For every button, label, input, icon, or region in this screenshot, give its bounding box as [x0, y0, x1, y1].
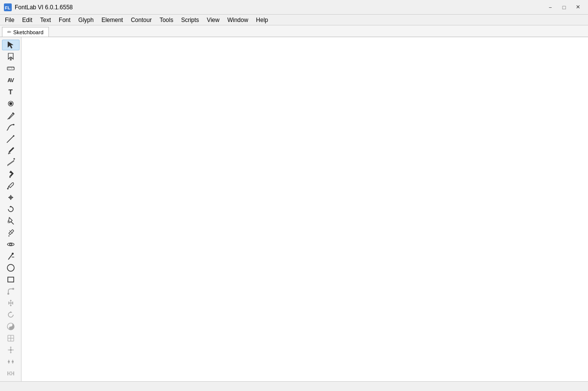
svg-marker-28: [8, 235, 10, 237]
yin-yang-tool[interactable]: [2, 321, 20, 332]
menu-tools[interactable]: Tools: [156, 15, 177, 25]
svg-marker-2: [8, 42, 13, 48]
svg-point-32: [12, 253, 14, 255]
canvas-area[interactable]: [22, 37, 588, 381]
menu-edit[interactable]: Edit: [18, 15, 36, 25]
pen-line-tool[interactable]: [2, 133, 20, 144]
sketchboard-tab-icon: ✏: [7, 29, 11, 35]
tab-bar: ✏ Sketchboard: [0, 25, 588, 37]
svg-text:FL: FL: [5, 5, 10, 10]
pencil-tool[interactable]: [2, 227, 20, 238]
toolbar: AV T: [0, 37, 22, 381]
app-icon: FL: [4, 3, 12, 11]
svg-line-16: [7, 142, 8, 143]
knife-tool[interactable]: [2, 169, 20, 179]
pen-curve-tool[interactable]: [2, 122, 20, 132]
svg-point-46: [10, 324, 11, 326]
menu-window[interactable]: Window: [224, 15, 252, 25]
menu-file[interactable]: File: [1, 15, 18, 25]
main-area: AV T: [0, 37, 588, 381]
brush-tool[interactable]: [2, 145, 20, 156]
svg-point-18: [13, 158, 15, 160]
rectangle-tool[interactable]: [2, 274, 20, 285]
svg-point-10: [9, 102, 12, 105]
status-bar: [0, 381, 588, 391]
app-title: FontLab VI 6.0.1.6558: [15, 4, 544, 11]
svg-point-31: [10, 244, 11, 245]
text-tool[interactable]: T: [2, 87, 20, 97]
spread-tool[interactable]: [2, 345, 20, 355]
eyedropper-tool[interactable]: [2, 180, 20, 191]
menu-scripts[interactable]: Scripts: [177, 15, 203, 25]
calligraphy-tool[interactable]: [2, 157, 20, 168]
svg-point-12: [13, 124, 14, 126]
undo-curve-tool[interactable]: [2, 309, 20, 320]
eraser-tool[interactable]: [2, 98, 20, 109]
svg-marker-3: [8, 53, 13, 60]
title-bar: FL FontLab VI 6.0.1.6558 − □ ✕: [0, 0, 588, 15]
svg-point-54: [10, 349, 12, 351]
align-nodes-tool[interactable]: [2, 356, 20, 367]
minimize-button[interactable]: −: [544, 2, 557, 13]
menu-glyph[interactable]: Glyph: [74, 15, 97, 25]
svg-marker-60: [10, 352, 12, 353]
svg-marker-42: [10, 300, 12, 301]
sketchboard-tab[interactable]: ✏ Sketchboard: [2, 27, 49, 37]
svg-point-47: [10, 327, 11, 329]
add-node-tool[interactable]: [2, 192, 20, 203]
sketchboard-tab-label: Sketchboard: [13, 29, 44, 35]
menu-view[interactable]: View: [203, 15, 224, 25]
svg-line-13: [7, 130, 8, 130]
select-tool[interactable]: [2, 51, 20, 62]
menu-text[interactable]: Text: [36, 15, 55, 25]
fill-tool[interactable]: [2, 216, 20, 226]
circle-tool[interactable]: [2, 262, 20, 273]
svg-point-36: [12, 288, 14, 290]
svg-rect-35: [8, 277, 14, 282]
svg-point-21: [7, 188, 8, 190]
pen-tool[interactable]: [2, 110, 20, 121]
svg-point-15: [13, 135, 14, 137]
ruler-tool[interactable]: [2, 63, 20, 74]
svg-marker-59: [10, 347, 12, 348]
menu-font[interactable]: Font: [55, 15, 74, 25]
menu-element[interactable]: Element: [97, 15, 127, 25]
menu-bar: FileEditTextFontGlyphElementContourTools…: [0, 15, 588, 25]
svg-point-65: [8, 361, 10, 363]
svg-line-11: [7, 119, 8, 119]
scale-node-tool[interactable]: [2, 298, 20, 308]
maximize-button[interactable]: □: [558, 2, 570, 13]
metrics-tool[interactable]: AV: [2, 75, 20, 86]
svg-point-26: [7, 220, 10, 223]
svg-point-66: [12, 361, 14, 363]
svg-rect-19: [9, 176, 11, 178]
svg-line-14: [8, 136, 14, 142]
distribute-tool[interactable]: [2, 368, 20, 379]
grid-tool[interactable]: [2, 333, 20, 344]
menu-contour[interactable]: Contour: [127, 15, 156, 25]
pointer-select-tool[interactable]: [2, 40, 20, 50]
shape-eye-tool[interactable]: [2, 239, 20, 250]
svg-point-34: [7, 264, 14, 271]
metrics-label: AV: [7, 77, 13, 83]
svg-marker-43: [10, 305, 12, 306]
node-pick-tool[interactable]: [2, 251, 20, 261]
text-label: T: [8, 88, 13, 96]
window-controls: − □ ✕: [544, 2, 584, 13]
close-button[interactable]: ✕: [571, 2, 584, 13]
svg-marker-44: [9, 311, 12, 313]
svg-point-37: [7, 293, 9, 295]
svg-point-17: [8, 153, 9, 154]
svg-rect-69: [10, 372, 12, 375]
menu-help[interactable]: Help: [252, 15, 272, 25]
svg-marker-25: [9, 206, 12, 207]
rotate-tool[interactable]: [2, 204, 20, 215]
corner-round-tool[interactable]: [2, 286, 20, 297]
